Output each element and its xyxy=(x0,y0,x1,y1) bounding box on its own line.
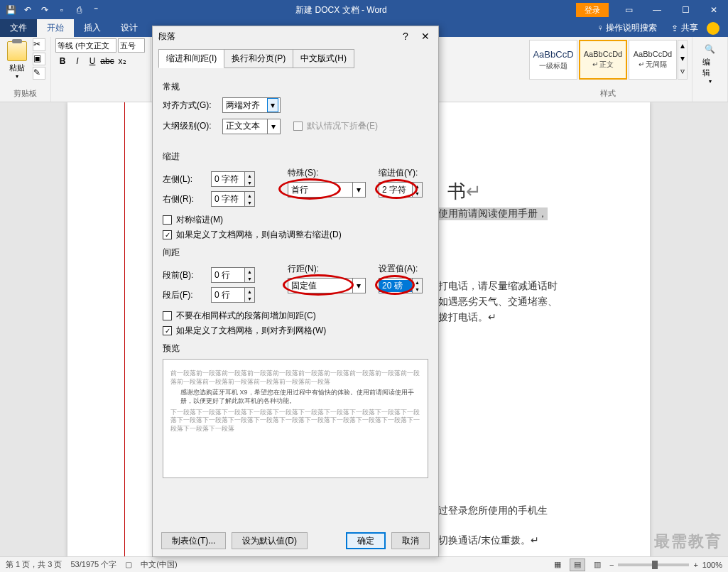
redo-icon[interactable]: ↷ xyxy=(37,2,53,18)
tabs-button[interactable]: 制表位(T)... xyxy=(161,532,226,549)
close-window-icon[interactable]: ✕ xyxy=(700,0,728,20)
underline-button[interactable]: U xyxy=(85,54,99,68)
share-button[interactable]: ⇪共享 xyxy=(671,22,698,34)
spin-down-icon[interactable]: ▼ xyxy=(413,286,422,293)
set-default-button[interactable]: 设为默认值(D) xyxy=(232,532,308,549)
styles-scroll-down[interactable]: ▾ xyxy=(678,53,687,66)
tab-insert[interactable]: 插入 xyxy=(74,19,111,37)
before-spinner[interactable]: 0 行 ▲▼ xyxy=(211,267,255,283)
at-label: 设置值(A): xyxy=(379,263,423,275)
word-count[interactable]: 53/1975 个字 xyxy=(70,559,116,570)
minimize-icon[interactable]: — xyxy=(643,0,671,20)
dialog-title: 段落 xyxy=(158,31,175,43)
style-nospacing[interactable]: AaBbCcDd ↵ 无间隔 xyxy=(629,40,677,80)
chevron-down-icon: ▾ xyxy=(352,183,364,197)
bold-button[interactable]: B xyxy=(55,54,70,68)
paste-button[interactable]: 粘贴 ▾ xyxy=(4,38,30,82)
tab-asian[interactable]: 中文版式(H) xyxy=(293,49,354,68)
left-indent-value: 0 字符 xyxy=(212,173,244,185)
chevron-down-icon: ▾ xyxy=(267,119,278,134)
line-spacing-select[interactable]: 固定值 ▾ xyxy=(288,278,366,293)
tab-design[interactable]: 设计 xyxy=(111,19,148,37)
style-preview: AaBbCcDd xyxy=(634,50,672,58)
font-size-select[interactable]: 五号 xyxy=(118,38,145,53)
paragraph-dialog: 段落 ? ✕ 缩进和间距(I) 换行和分页(P) 中文版式(H) 常规 对齐方式… xyxy=(152,26,439,557)
spin-up-icon[interactable]: ▲ xyxy=(413,279,422,286)
grid-space-checkbox[interactable] xyxy=(163,326,172,335)
language-indicator[interactable]: 中文(中国) xyxy=(141,559,177,570)
format-painter-icon[interactable]: ✎ xyxy=(33,67,45,80)
style-normal[interactable]: AaBbCcDd ↵ 正文 xyxy=(579,40,627,80)
copy-icon[interactable]: ▣ xyxy=(33,53,45,65)
spin-down-icon[interactable]: ▼ xyxy=(245,275,254,282)
print-layout-icon[interactable]: ▤ xyxy=(570,558,585,571)
spin-up-icon[interactable]: ▲ xyxy=(245,192,254,199)
undo-icon[interactable]: ↶ xyxy=(20,2,36,18)
print-icon[interactable]: ⎙ xyxy=(71,2,87,18)
before-label: 段前(B): xyxy=(163,269,205,281)
maximize-icon[interactable]: ☐ xyxy=(671,0,700,20)
spin-down-icon[interactable]: ▼ xyxy=(245,199,254,206)
dialog-help-icon[interactable]: ? xyxy=(398,29,413,43)
styles-expand[interactable]: ▿ xyxy=(678,66,687,79)
page-indicator[interactable]: 第 1 页，共 3 页 xyxy=(6,559,62,570)
cancel-button[interactable]: 取消 xyxy=(391,532,430,549)
line-spacing-value: 固定值 xyxy=(291,280,317,292)
spin-up-icon[interactable]: ▲ xyxy=(413,183,422,190)
ok-button[interactable]: 确定 xyxy=(346,532,386,549)
subscript-button[interactable]: x₂ xyxy=(115,54,129,68)
tab-indent-spacing[interactable]: 缩进和间距(I) xyxy=(158,49,224,68)
right-indent-spinner[interactable]: 0 字符 ▲▼ xyxy=(211,191,255,207)
alignment-value: 两端对齐 xyxy=(226,99,260,112)
by-spinner[interactable]: 2 字符 ▲▼ xyxy=(379,182,423,198)
cut-icon[interactable]: ✂ xyxy=(33,38,45,51)
after-spinner[interactable]: 0 行 ▲▼ xyxy=(211,287,255,303)
style-name: ↵ 正文 xyxy=(592,60,614,70)
tab-line-breaks[interactable]: 换行和分页(P) xyxy=(224,49,293,68)
alignment-label: 对齐方式(G): xyxy=(163,99,217,112)
styles-gallery: AaBbCcD 一级标题 AaBbCcDd ↵ 正文 AaBbCcDd ↵ 无间… xyxy=(528,38,688,81)
spin-down-icon[interactable]: ▼ xyxy=(245,179,254,186)
styles-scroll-up[interactable]: ▴ xyxy=(678,41,687,53)
read-mode-icon[interactable]: ▦ xyxy=(550,558,565,571)
left-indent-spinner[interactable]: 0 字符 ▲▼ xyxy=(211,171,255,187)
grid-indent-checkbox[interactable] xyxy=(163,230,172,239)
spin-up-icon[interactable]: ▲ xyxy=(245,288,254,295)
qat-more-icon[interactable]: ⁼ xyxy=(88,2,104,18)
style-heading1[interactable]: AaBbCcD 一级标题 xyxy=(529,40,577,80)
spin-down-icon[interactable]: ▼ xyxy=(413,190,422,197)
no-space-checkbox[interactable] xyxy=(163,311,172,320)
spellcheck-icon[interactable]: ▢ xyxy=(125,560,132,569)
no-space-label: 不要在相同样式的段落间增加间距(C) xyxy=(176,310,316,322)
zoom-in-icon[interactable]: + xyxy=(693,561,697,569)
after-value: 0 行 xyxy=(212,289,244,301)
feedback-icon[interactable] xyxy=(707,22,719,35)
mirror-checkbox[interactable] xyxy=(163,215,172,225)
zoom-out-icon[interactable]: − xyxy=(609,561,614,569)
ribbon-options-icon[interactable]: ▭ xyxy=(614,0,643,20)
zoom-level[interactable]: 100% xyxy=(702,561,722,569)
outline-select[interactable]: 正文文本 ▾ xyxy=(222,119,281,134)
save-icon[interactable]: 💾 xyxy=(3,2,18,18)
tab-home[interactable]: 开始 xyxy=(37,19,74,37)
spin-up-icon[interactable]: ▲ xyxy=(245,268,254,275)
spin-down-icon[interactable]: ▼ xyxy=(245,295,254,302)
alignment-select[interactable]: 两端对齐 ▾ xyxy=(222,97,281,113)
font-name-select[interactable]: 等线 (中文正文 xyxy=(55,38,116,53)
tell-me-label: 操作说明搜索 xyxy=(606,23,657,33)
web-layout-icon[interactable]: ▥ xyxy=(590,558,605,571)
tab-file[interactable]: 文件 xyxy=(0,19,37,37)
tell-me-search[interactable]: ♀ 操作说明搜索 xyxy=(592,19,663,37)
dialog-close-icon[interactable]: ✕ xyxy=(418,29,433,43)
at-spinner[interactable]: 20 磅 ▲▼ xyxy=(379,278,423,293)
right-indent-label: 右侧(R): xyxy=(163,193,205,205)
zoom-thumb[interactable] xyxy=(652,561,658,569)
spin-up-icon[interactable]: ▲ xyxy=(245,172,254,179)
new-doc-icon[interactable]: ▫ xyxy=(54,2,70,18)
italic-button[interactable]: I xyxy=(70,54,85,68)
login-button[interactable]: 登录 xyxy=(576,3,609,17)
find-icon[interactable]: 🔍 xyxy=(702,41,718,57)
zoom-slider[interactable] xyxy=(618,563,689,566)
special-select[interactable]: 首行 ▾ xyxy=(288,182,366,198)
strikethrough-button[interactable]: abc xyxy=(100,54,114,68)
